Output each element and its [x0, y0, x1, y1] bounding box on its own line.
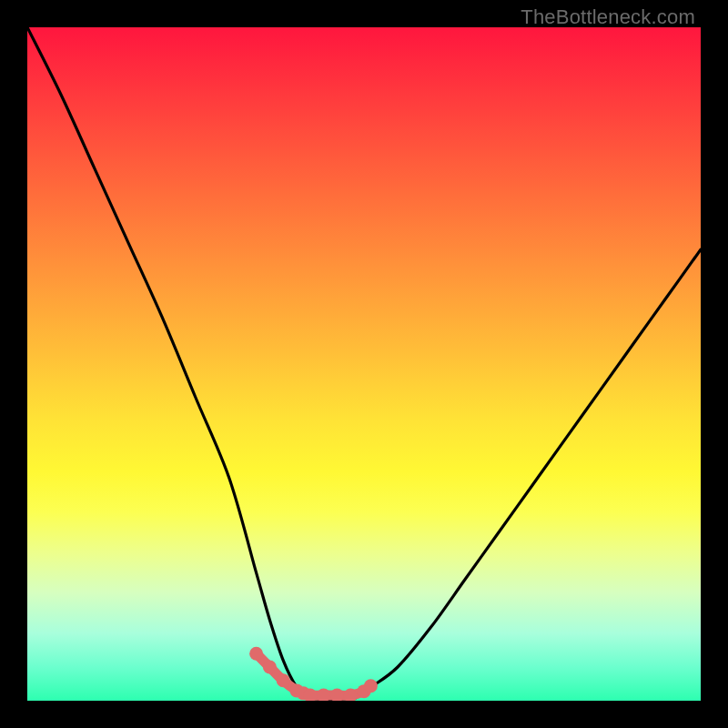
marker-dot [249, 647, 263, 661]
bottleneck-curve [27, 27, 701, 701]
curve-line [27, 27, 701, 701]
marker-dot [263, 661, 277, 674]
marker-dots [249, 647, 378, 701]
marker-dot [364, 679, 378, 693]
chart-frame: TheBottleneck.com [0, 0, 728, 728]
watermark-text: TheBottleneck.com [521, 5, 695, 29]
marker-dot [277, 673, 290, 687]
gradient-plot-area [27, 27, 701, 701]
